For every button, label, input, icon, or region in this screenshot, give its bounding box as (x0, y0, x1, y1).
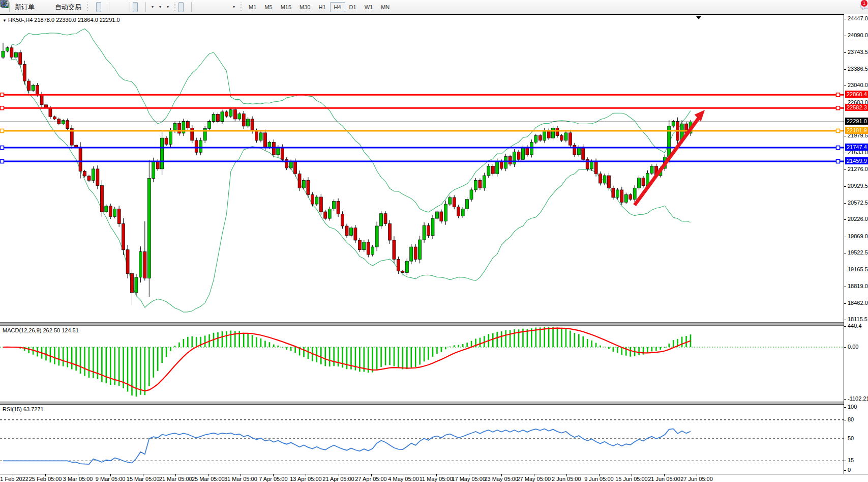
candle-body (83, 172, 86, 176)
timeframe-m30[interactable]: M30 (295, 2, 314, 12)
tile-windows-button[interactable] (122, 2, 127, 12)
macd-indicator-label: MACD(12,26,9) 262.50 124.51 (3, 327, 79, 333)
time-tick-label: 15 Jun 05:00 (615, 476, 648, 482)
macd-tick: 440.4 (848, 323, 862, 329)
hline-handle[interactable] (836, 160, 840, 163)
price-tick: 23040.0 (848, 82, 868, 88)
chart-title[interactable]: ▼ HK50-,H4 21878.0 22330.0 21864.0 22291… (3, 17, 120, 23)
fibonacci-tool-button[interactable]: F (215, 2, 220, 12)
dropdown-caret: ▾ (233, 5, 235, 9)
shift-marker-icon[interactable] (696, 16, 701, 19)
price-tick: 24090.0 (848, 32, 868, 38)
candle-body (573, 145, 576, 155)
auto-scroll-button[interactable] (133, 2, 138, 12)
horizontal-line-tool-button[interactable] (199, 2, 204, 12)
hline-handle[interactable] (1, 146, 4, 150)
axis-tick-mark (844, 420, 846, 420)
text-tool-button[interactable]: A (220, 2, 225, 12)
hline-handle[interactable] (836, 93, 840, 97)
timeframe-m15[interactable]: M15 (277, 2, 295, 12)
timeframe-d1[interactable]: D1 (345, 2, 361, 12)
candle-body (603, 176, 606, 183)
hline-handle[interactable] (1, 93, 4, 97)
community-button[interactable] (42, 2, 47, 12)
channel-tool-button[interactable]: E (209, 2, 215, 12)
chart-dropdown-arrow[interactable]: ▼ (3, 18, 7, 23)
candle-body (418, 240, 422, 259)
search-button[interactable] (855, 2, 860, 12)
candle-body (358, 240, 361, 250)
hline-handle[interactable] (1, 129, 4, 133)
vertical-line-tool-button[interactable] (194, 2, 199, 12)
candle-body (543, 130, 546, 140)
timeframe-m5[interactable]: M5 (260, 2, 276, 12)
candle-body (268, 143, 271, 148)
candle-body (375, 226, 378, 247)
candle-body (139, 251, 142, 277)
axis-tick-mark (844, 36, 846, 36)
timeframe-mn[interactable]: MN (377, 2, 394, 12)
hline-handle[interactable] (836, 106, 840, 110)
main-toolbar: 新订单 自动交易 (0, 0, 868, 14)
candle-body (349, 228, 352, 236)
time-axis[interactable]: 21 Feb 202225 Feb 05:003 Mar 05:009 Mar … (0, 474, 868, 482)
hline-handle[interactable] (1, 160, 4, 163)
dropdown-caret: ▾ (159, 5, 161, 9)
zoom-in-button[interactable] (112, 2, 117, 12)
time-tick-label: 21 Apr 05:00 (322, 476, 354, 482)
time-tick-label: 17 May 05:00 (452, 476, 486, 482)
macd-pane[interactable] (0, 326, 844, 402)
notification-badge: 1 (860, 0, 868, 7)
hline-handle[interactable] (836, 146, 840, 150)
trendline-tool-button[interactable] (204, 2, 209, 12)
periods-button[interactable]: ▾ (156, 2, 164, 12)
zoom-out-button[interactable] (117, 2, 122, 12)
macd-chart[interactable] (0, 326, 844, 402)
pane-separator[interactable] (0, 322, 868, 326)
candle-body (594, 161, 597, 174)
candle-body (457, 207, 460, 216)
rsi-tick: 80 (848, 416, 854, 422)
label-tool-button[interactable]: T (225, 2, 230, 12)
candle-body (229, 109, 232, 116)
candle-body (294, 161, 297, 174)
cursor-tool-button[interactable] (178, 2, 184, 12)
hline-handle[interactable] (1, 106, 4, 110)
indicators-button[interactable]: ▾ (148, 2, 156, 12)
templates-button[interactable]: ▾ (164, 2, 171, 12)
candlestick-chart[interactable] (0, 15, 844, 323)
candle-body (423, 225, 426, 240)
candle-body (638, 178, 641, 188)
chart-shift-button[interactable] (138, 2, 143, 12)
rsi-chart[interactable] (0, 405, 844, 474)
arrows-tool-button[interactable]: ▾ (230, 2, 237, 12)
timeframe-w1[interactable]: W1 (361, 2, 377, 12)
hline-handle[interactable] (836, 129, 840, 133)
candle-chart-button[interactable] (96, 2, 101, 12)
axis-tick-mark (844, 399, 846, 400)
signals-button[interactable] (47, 2, 52, 12)
notifications-button[interactable]: 1 (860, 2, 865, 12)
rsi-pane[interactable] (0, 405, 844, 474)
bar-chart-button[interactable] (91, 2, 96, 12)
line-chart-button[interactable] (101, 2, 106, 12)
candle-body (32, 86, 35, 91)
main-chart-pane[interactable] (0, 14, 844, 323)
candle-body (560, 136, 563, 140)
timeframe-h4[interactable]: H4 (330, 2, 345, 12)
axis-tick-mark (844, 461, 846, 461)
time-tick-label: 21 Jun 05:00 (648, 476, 680, 482)
time-tick-label: 27 Jun 05:00 (680, 476, 713, 482)
crosshair-tool-button[interactable] (184, 2, 189, 12)
candle-body (10, 48, 13, 58)
timeframe-h1[interactable]: H1 (314, 2, 330, 12)
candle-body (333, 201, 336, 209)
new-order-button[interactable]: 新订单 (12, 2, 37, 12)
axis-tick-mark (844, 470, 846, 471)
candle-body (289, 161, 292, 168)
price-axis[interactable]: 24447.024090.023743.523386.523040.022683… (844, 14, 868, 474)
history-center-button[interactable] (37, 2, 42, 12)
candle-body (233, 109, 236, 119)
timeframe-m1[interactable]: M1 (245, 2, 260, 12)
autotrade-button[interactable]: 自动交易 (52, 2, 84, 12)
